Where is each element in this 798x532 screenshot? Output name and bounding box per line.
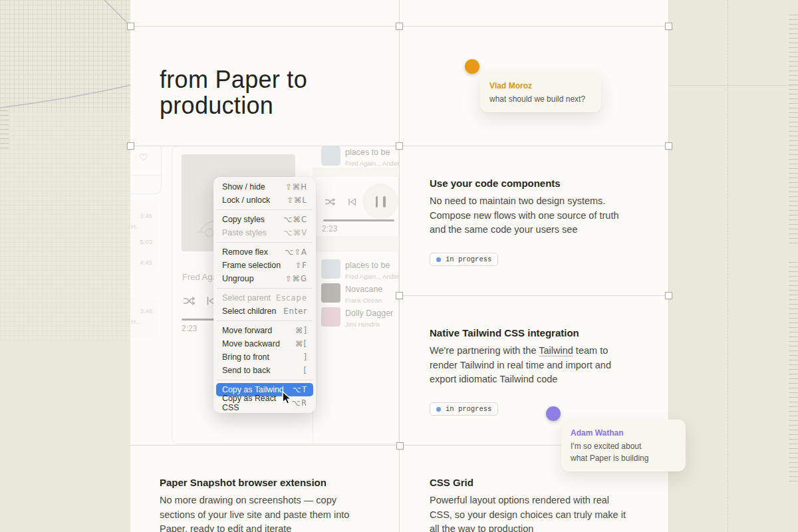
menu-item-label: Frame selection bbox=[222, 261, 281, 270]
menu-item-select-parent: Select parent Escape bbox=[216, 291, 313, 305]
section-heading-tailwind: Native Tailwind CSS integration bbox=[430, 327, 579, 338]
paper-canvas: ♡ 3:46 5:03 4:45 H.. 3:48 H... Fred Agai bbox=[0, 0, 798, 532]
tailwind-link[interactable]: Tailwind bbox=[539, 345, 573, 356]
status-badge-label: in progress bbox=[446, 255, 491, 263]
menu-item-copy-styles[interactable]: Copy styles ⌥⌘C bbox=[216, 213, 313, 226]
comment-text: what should we build next? bbox=[489, 93, 592, 105]
elapsed-time: 2:23 bbox=[182, 324, 197, 333]
menu-item-bring-to-front[interactable]: Bring to front ] bbox=[216, 350, 313, 364]
menu-divider bbox=[217, 288, 313, 289]
card-gap bbox=[313, 168, 399, 177]
track-title: Novacane bbox=[345, 285, 382, 294]
card-gap bbox=[313, 236, 399, 252]
comment-pin-adam[interactable] bbox=[546, 406, 561, 421]
menu-item-label: Ungroup bbox=[222, 274, 254, 283]
menu-item-shortcut: ⇧⌘L bbox=[287, 196, 307, 205]
selection-handle[interactable] bbox=[665, 142, 672, 150]
comment-text: I'm so excited about bbox=[571, 440, 676, 452]
grid-paper-texture-faint bbox=[0, 112, 130, 340]
comment-bubble-adam[interactable]: Adam Wathan I'm so excited about what Pa… bbox=[561, 420, 686, 471]
menu-item-label: Show / hide bbox=[222, 182, 265, 192]
selection-handle[interactable] bbox=[665, 23, 672, 30]
progress-bar[interactable] bbox=[323, 219, 394, 221]
selection-handle[interactable] bbox=[396, 442, 404, 450]
menu-item-label: Copy as Tailwind bbox=[222, 385, 284, 394]
section-body: No need to maintain two design systems. … bbox=[430, 194, 619, 237]
menu-item-shortcut: ⇧⌘H bbox=[285, 182, 307, 192]
menu-item-move-forward[interactable]: Move forward ⌘] bbox=[216, 324, 313, 337]
shuffle-icon[interactable] bbox=[184, 297, 195, 305]
section-body: Powerful layout options rendered with re… bbox=[430, 493, 626, 532]
selection-handle[interactable] bbox=[127, 142, 134, 150]
menu-divider bbox=[217, 242, 313, 243]
track-title: Dolly Dagger bbox=[345, 309, 393, 318]
track-artists: Frank Ocean bbox=[345, 297, 382, 304]
menu-item-shortcut: ⌘] bbox=[295, 326, 307, 335]
section-heading-css-grid: CSS Grid bbox=[430, 477, 473, 488]
menu-item-ungroup[interactable]: Ungroup ⇧⌘G bbox=[216, 272, 313, 285]
divider bbox=[130, 175, 161, 176]
hero-title: from Paper to production bbox=[160, 66, 307, 118]
section-body: No more drawing on screenshots — copy se… bbox=[160, 493, 349, 532]
menu-item-copy-as-react-css[interactable]: Copy as React CSS ⌥R bbox=[216, 396, 313, 410]
status-badge[interactable]: in progress bbox=[430, 402, 498, 416]
menu-item-label: Select children bbox=[222, 307, 276, 316]
selection-handle[interactable] bbox=[396, 142, 403, 150]
selection-handle[interactable] bbox=[396, 292, 403, 299]
frame-divider bbox=[399, 295, 668, 296]
truncated-track-label: H... bbox=[131, 318, 141, 325]
section-heading-code-components: Use your code components bbox=[430, 178, 561, 189]
selection-handle[interactable] bbox=[127, 23, 134, 30]
ruler-ticks-right-bottom bbox=[789, 262, 798, 485]
shuffle-icon[interactable] bbox=[325, 198, 335, 205]
menu-item-shortcut: ⌥⌘C bbox=[283, 215, 307, 224]
track-duration: 3:46 bbox=[140, 212, 153, 219]
menu-item-shortcut: [ bbox=[304, 366, 308, 375]
selection-handle[interactable] bbox=[396, 23, 403, 30]
text: We're partnering with the bbox=[430, 345, 539, 356]
menu-item-shortcut: ⇧F bbox=[295, 261, 307, 270]
menu-item-shortcut: ⌘[ bbox=[295, 339, 307, 348]
track-duration: 5:03 bbox=[140, 238, 153, 245]
menu-divider bbox=[217, 321, 313, 321]
track-artists: Fred Again.., Anderson F bbox=[345, 273, 399, 280]
section-body: We're partnering with the Tailwind team … bbox=[430, 344, 611, 387]
status-badge[interactable]: in progress bbox=[430, 253, 498, 266]
elapsed-time: 2:23 bbox=[322, 224, 337, 233]
menu-item-lock-unlock[interactable]: Lock / unlock ⇧⌘L bbox=[216, 194, 313, 207]
comment-author: Adam Wathan bbox=[571, 428, 676, 438]
menu-item-shortcut: ⌥⌘V bbox=[283, 228, 307, 237]
pause-button[interactable] bbox=[362, 184, 398, 219]
menu-item-label: Lock / unlock bbox=[222, 196, 270, 205]
menu-item-label: Move backward bbox=[222, 339, 280, 348]
comment-bubble-vlad[interactable]: Vlad Moroz what should we build next? bbox=[480, 72, 601, 112]
menu-item-paste-styles: Paste styles ⌥⌘V bbox=[216, 226, 313, 239]
menu-item-label: Remove flex bbox=[222, 247, 268, 257]
menu-item-label: Copy styles bbox=[222, 215, 265, 224]
menu-item-shortcut: ⌥R bbox=[292, 398, 307, 408]
menu-divider bbox=[217, 209, 313, 210]
menu-item-remove-flex[interactable]: Remove flex ⌥⇧A bbox=[216, 245, 313, 259]
menu-item-show-hide[interactable]: Show / hide ⇧⌘H bbox=[216, 180, 313, 194]
text: team to bbox=[573, 345, 608, 356]
ruler-ticks-left bbox=[0, 110, 9, 149]
selection-handle[interactable] bbox=[665, 292, 672, 299]
status-badge-label: in progress bbox=[446, 405, 491, 413]
ruler-ticks-right-top bbox=[789, 15, 798, 245]
menu-item-move-backward[interactable]: Move backward ⌘[ bbox=[216, 337, 313, 350]
skip-back-icon[interactable] bbox=[348, 198, 356, 205]
menu-item-frame-selection[interactable]: Frame selection ⇧F bbox=[216, 259, 313, 272]
menu-item-label: Send to back bbox=[222, 366, 270, 375]
track-duration: 3:48 bbox=[140, 307, 153, 315]
background-arc-lines bbox=[0, 0, 130, 120]
section-heading-snapshot: Paper Snapshot browser extension bbox=[160, 477, 327, 488]
track-title: places to be bbox=[345, 148, 390, 157]
menu-item-send-to-back[interactable]: Send to back [ bbox=[216, 364, 313, 377]
menu-item-shortcut: Escape bbox=[276, 293, 307, 303]
comment-pin-vlad[interactable] bbox=[465, 59, 479, 74]
menu-item-shortcut: ] bbox=[304, 352, 308, 362]
sidebar-tracklist-card: 3:46 5:03 4:45 bbox=[130, 200, 158, 271]
menu-item-select-children[interactable]: Select children Enter bbox=[216, 305, 313, 318]
track-artists: Jimi Hendrix bbox=[345, 321, 380, 328]
album-art-thumb bbox=[321, 283, 340, 303]
